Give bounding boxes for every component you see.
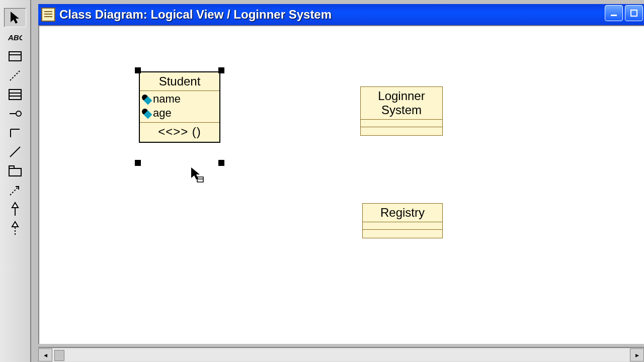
tool-text[interactable]: ABC xyxy=(5,28,26,46)
resize-handle-sw[interactable] xyxy=(135,160,141,166)
svg-text:ABC: ABC xyxy=(8,33,22,42)
attribute-name: age xyxy=(153,106,172,120)
svg-rect-21 xyxy=(631,10,637,16)
svg-rect-5 xyxy=(9,89,21,100)
tool-generalization[interactable] xyxy=(5,200,26,218)
svg-rect-23 xyxy=(197,177,203,182)
svg-marker-17 xyxy=(12,203,18,208)
class-name[interactable]: Student xyxy=(140,72,219,91)
class-student[interactable]: Student name age <<>> () xyxy=(139,71,220,143)
resize-handle-nw[interactable] xyxy=(135,67,141,73)
tool-anchor[interactable] xyxy=(5,66,26,84)
class-registry[interactable]: Registry xyxy=(362,203,443,238)
svg-point-9 xyxy=(16,111,21,116)
svg-marker-0 xyxy=(11,12,19,24)
tool-unidir-assoc[interactable] xyxy=(5,124,26,142)
class-operations[interactable] xyxy=(361,127,442,135)
class-name[interactable]: Registry xyxy=(363,204,442,222)
svg-line-12 xyxy=(10,147,20,157)
window-title: Class Diagram: Logical View / Loginner S… xyxy=(59,8,332,22)
attribute-row[interactable]: name xyxy=(142,92,217,106)
resize-handle-se[interactable] xyxy=(218,160,224,166)
class-operations[interactable] xyxy=(363,230,442,238)
class-attributes[interactable] xyxy=(363,222,442,230)
tool-note[interactable] xyxy=(5,47,26,65)
tool-palette: ABC xyxy=(0,0,31,362)
document-icon xyxy=(41,8,55,22)
attribute-name: name xyxy=(153,92,181,106)
svg-marker-19 xyxy=(12,222,18,227)
attribute-icon xyxy=(142,95,151,104)
class-attributes[interactable]: name age xyxy=(140,91,219,123)
window-titlebar: Class Diagram: Logical View / Loginner S… xyxy=(38,4,644,25)
scroll-right-button[interactable]: ▸ xyxy=(630,348,644,361)
svg-rect-14 xyxy=(9,166,14,168)
svg-rect-13 xyxy=(9,168,21,176)
scroll-left-button[interactable]: ◂ xyxy=(38,348,52,361)
horizontal-scrollbar[interactable]: ◂ ▸ xyxy=(38,347,644,362)
attribute-row[interactable]: age xyxy=(142,106,217,120)
tool-realization[interactable] xyxy=(5,219,26,237)
scroll-thumb[interactable] xyxy=(54,350,64,361)
tool-dependency[interactable] xyxy=(5,181,26,199)
resize-handle-ne[interactable] xyxy=(218,67,224,73)
tool-package[interactable] xyxy=(5,162,26,180)
svg-line-15 xyxy=(10,187,19,195)
operation-editing[interactable]: <<>> () xyxy=(142,125,217,139)
class-operations[interactable]: <<>> () xyxy=(140,123,219,142)
svg-line-4 xyxy=(10,70,20,80)
tool-interface[interactable] xyxy=(5,105,26,123)
tool-association[interactable] xyxy=(5,143,26,161)
attribute-icon xyxy=(142,109,151,118)
tool-pointer[interactable] xyxy=(4,8,26,27)
diagram-canvas[interactable]: Student name age <<>> () Loginner System… xyxy=(38,25,644,344)
class-name[interactable]: Loginner System xyxy=(361,87,442,120)
class-loginner-system[interactable]: Loginner System xyxy=(360,86,443,136)
tool-class[interactable] xyxy=(5,85,26,104)
maximize-button[interactable] xyxy=(625,5,643,21)
svg-marker-22 xyxy=(191,167,200,179)
minimize-button[interactable] xyxy=(605,5,623,21)
svg-rect-2 xyxy=(9,52,21,61)
class-attributes[interactable] xyxy=(361,120,442,127)
cursor-icon xyxy=(190,167,205,186)
svg-rect-20 xyxy=(611,15,617,16)
scroll-track[interactable] xyxy=(52,349,630,361)
